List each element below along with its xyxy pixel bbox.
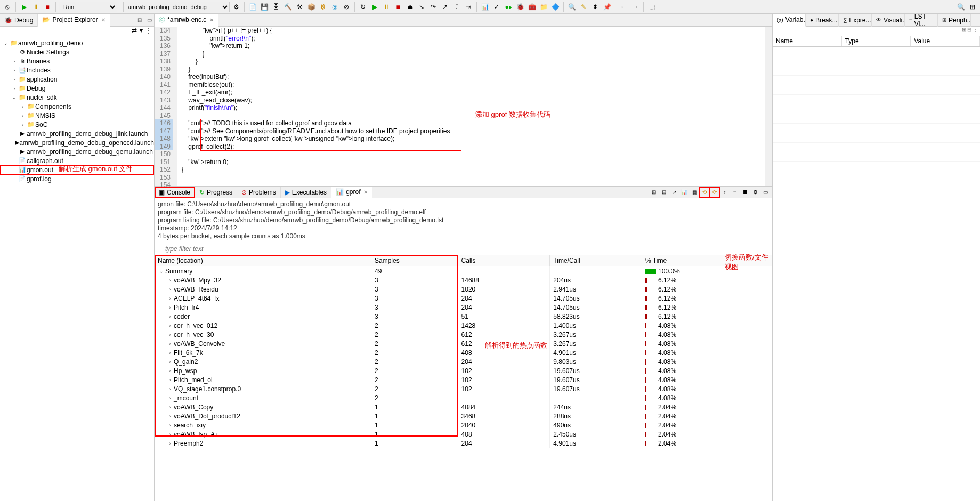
target-icon[interactable]: ◎ — [329, 2, 340, 12]
settings-icon[interactable]: ⚙ — [231, 2, 241, 12]
menu-icon[interactable]: ⋮ — [973, 27, 978, 36]
project-tree[interactable]: ⌄📁 amrwb_profiling_demo ⚙Nuclei Settings… — [0, 37, 154, 501]
editor-tab[interactable]: ⓒ *amrwb-enc.c ✕ — [155, 14, 218, 27]
tree-root[interactable]: ⌄📁 amrwb_profiling_demo — [0, 38, 154, 47]
package-icon[interactable]: 📦 — [306, 2, 317, 12]
tab-right-0[interactable]: (x)Variab...✕ — [773, 14, 806, 27]
pause-icon[interactable]: ⏸ — [30, 2, 41, 12]
table-row[interactable]: ›voAWB_Copy 1 4084 244ns 2.04% — [155, 402, 772, 411]
variables-body[interactable] — [773, 47, 980, 501]
table-row[interactable]: ›Preemph2 1 204 4.901us 2.04% — [155, 439, 772, 448]
col-timecall[interactable]: Time/Call — [550, 255, 642, 266]
cancel-build-icon[interactable]: ⊘ — [341, 2, 352, 12]
summary-row[interactable]: ⌄Summary 49 100.0% — [155, 266, 772, 276]
tab-right-4[interactable]: ≡LST Vi... — [905, 14, 938, 27]
code-editor[interactable]: 1341351361371381391401411421431441451461… — [155, 27, 772, 187]
bars-icon[interactable]: ≡ — [730, 188, 740, 197]
step-return-icon[interactable]: ↗ — [440, 2, 450, 12]
col-samples[interactable]: Samples — [371, 255, 458, 266]
open-type-icon[interactable]: 🔷 — [550, 2, 561, 12]
close-icon[interactable]: ✕ — [209, 17, 214, 23]
col-name[interactable]: Name (location) — [155, 255, 371, 266]
layout-icon[interactable]: ⊞ — [962, 27, 966, 36]
disconnect-icon[interactable]: ⏏ — [404, 2, 415, 12]
table-row[interactable]: ›voAWB_Residu 3 1020 2.941us 6.12% — [155, 285, 772, 294]
tree-item[interactable]: ›📁Debug — [0, 84, 154, 93]
min-icon[interactable]: ▭ — [144, 15, 154, 25]
tree-item[interactable]: ›🗎Binaries — [0, 56, 154, 66]
db-icon[interactable]: 🛢 — [318, 2, 328, 12]
gear-icon[interactable]: ⚙ — [750, 188, 760, 197]
search-toolbar-icon[interactable]: 🔍 — [566, 2, 577, 12]
external-tools-icon[interactable]: 🧰 — [527, 2, 537, 12]
table-row[interactable]: ›Filt_6k_7k 2 408 4.901us 4.08% — [155, 348, 772, 357]
step-into-icon[interactable]: ↘ — [416, 2, 427, 12]
expand-icon[interactable]: ⊞ — [649, 188, 659, 197]
table-row[interactable]: ›Pitch_med_ol 2 102 19.607us 4.08% — [155, 375, 772, 384]
build-icon[interactable]: 🔨 — [282, 2, 293, 12]
tab-progress[interactable]: ↻ Progress — [195, 187, 237, 198]
tree-item[interactable]: ⌄📁nuclei_sdk — [0, 93, 154, 102]
collapse-all-icon[interactable]: ⊟ — [135, 15, 144, 25]
drop-frame-icon[interactable]: ⤴ — [451, 2, 462, 12]
table-row[interactable]: ›cor_h_vec_30 2 612 3.267us 4.08% — [155, 330, 772, 339]
perspective-icon[interactable]: ⬚ — [646, 2, 657, 12]
tab-right-5[interactable]: ⊞Periph... — [938, 14, 971, 27]
gprof-table[interactable]: Name (location) Samples Calls Time/Call … — [155, 255, 772, 448]
table-row[interactable]: ›search_ixiy 1 2040 490ns 2.04% — [155, 421, 772, 430]
tree-item[interactable]: ›📁NMSIS — [0, 111, 154, 120]
table-row[interactable]: ›_mcount 2 4.08% — [155, 393, 772, 402]
link-editor-icon[interactable]: ⇄ — [132, 27, 137, 37]
tab-problems[interactable]: ⊘ Problems — [237, 187, 281, 198]
tab-gprof[interactable]: 📊 gprof ✕ — [331, 187, 372, 198]
suspend-icon[interactable]: ⏸ — [381, 2, 392, 12]
sort-icon[interactable]: ↕ — [720, 188, 730, 197]
tab-right-3[interactable]: 👁Visuali... — [872, 14, 905, 27]
tab-executables[interactable]: ▶ Executables — [281, 187, 331, 198]
run-icon[interactable]: ●▸ — [503, 2, 514, 12]
tree-item[interactable]: ▶amrwb_profiling_demo_debug_openocd.laun… — [0, 138, 154, 147]
table-row[interactable]: ›voAWB_Mpy_32 3 14688 204ns 6.12% — [155, 276, 772, 285]
table-row[interactable]: ›VQ_stage1.constprop.0 2 102 19.607us 4.… — [155, 384, 772, 393]
open-perspective-icon[interactable]: ⊞ — [967, 2, 978, 12]
bars2-icon[interactable]: ≣ — [740, 188, 750, 197]
tab-project-explorer[interactable]: 📂 Project Explorer ✕ — [38, 14, 110, 27]
resume-icon[interactable]: ▶ — [19, 2, 29, 12]
quick-search-icon[interactable]: 🔍 — [955, 2, 966, 12]
tree-item[interactable]: ›📁SoC — [0, 120, 154, 129]
back-icon[interactable]: ← — [618, 2, 629, 12]
coverage-icon[interactable]: ✓ — [491, 2, 502, 12]
wand-icon[interactable]: ✎ — [578, 2, 589, 12]
new-icon[interactable]: 📄 — [247, 2, 258, 12]
table-row[interactable]: ›Hp_wsp 2 102 19.607us 4.08% — [155, 366, 772, 375]
tree-item[interactable]: ▶amrwb_profiling_demo_debug_jlink.launch — [0, 129, 154, 138]
new-project-icon[interactable]: 📁 — [538, 2, 549, 12]
build-all-icon[interactable]: ⚒ — [294, 2, 305, 12]
filter-input[interactable] — [155, 243, 772, 255]
step-filter-icon[interactable]: ⇥ — [463, 2, 474, 12]
min-icon[interactable]: ▭ — [760, 188, 770, 197]
tab-console[interactable]: ▣ Console — [155, 187, 195, 198]
view-menu-icon[interactable]: ⋮ — [145, 27, 152, 37]
save-icon[interactable]: 💾 — [259, 2, 270, 12]
pin-icon[interactable]: 📌 — [602, 2, 612, 12]
switch-file-view-icon[interactable]: ⟳ — [710, 188, 719, 197]
table-row[interactable]: ›Pitch_fr4 3 204 14.705us 6.12% — [155, 303, 772, 312]
tree-item[interactable]: ›📁Components — [0, 102, 154, 111]
switch-func-view-icon[interactable]: ⟲ — [700, 188, 709, 197]
tree-item[interactable]: ⚙Nuclei Settings — [0, 47, 154, 56]
tree-item[interactable]: 📄gprof.log — [0, 174, 154, 183]
toggle-icon[interactable]: ⬍ — [590, 2, 601, 12]
export-icon[interactable]: ↗ — [669, 188, 679, 197]
tree-item[interactable]: ›📁application — [0, 75, 154, 84]
filter-icon[interactable]: ▼ — [138, 27, 144, 37]
resume2-icon[interactable]: ▶ — [369, 2, 380, 12]
save-all-icon[interactable]: 🗄 — [271, 2, 281, 12]
overview-ruler[interactable] — [765, 27, 772, 186]
close-icon[interactable]: ✕ — [101, 17, 106, 23]
skip-breakpoints-icon[interactable]: ⦸ — [2, 2, 13, 12]
tab-right-1[interactable]: ●Break... — [806, 14, 839, 27]
table-icon[interactable]: ▦ — [690, 188, 699, 197]
table-row[interactable]: ›voAWB_Convolve 2 612 3.267us 4.08% — [155, 339, 772, 348]
debug-icon[interactable]: 🐞 — [515, 2, 525, 12]
